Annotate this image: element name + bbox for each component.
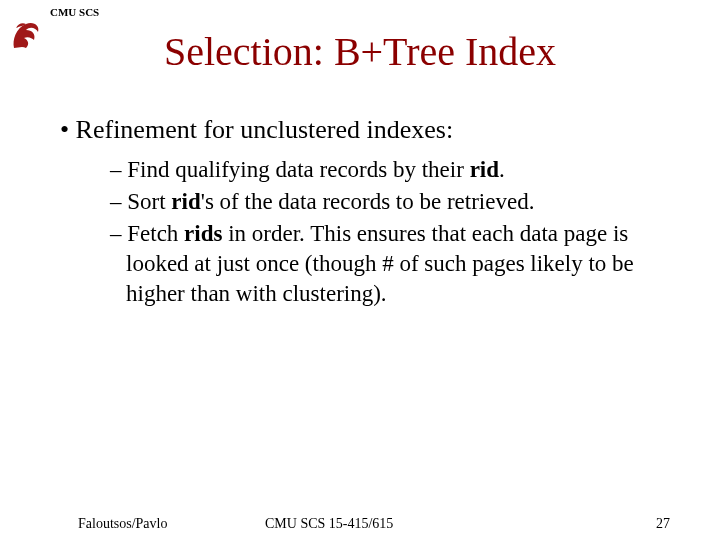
footer-course: CMU SCS 15-415/615 (265, 516, 393, 532)
sub-text: – Sort (110, 189, 171, 214)
sub-text: . (499, 157, 505, 182)
sub-bold: rid (470, 157, 499, 182)
sub-bold: rids (184, 221, 222, 246)
org-label: CMU SCS (50, 6, 99, 18)
sub-bold: rid (171, 189, 200, 214)
sub-item: – Find qualifying data records by their … (110, 155, 670, 185)
sub-list: – Find qualifying data records by their … (110, 155, 670, 308)
sub-item: – Sort rid's of the data records to be r… (110, 187, 670, 217)
cmu-griffin-logo (8, 18, 44, 54)
content-area: • Refinement for unclustered indexes: – … (60, 115, 670, 308)
footer-page-number: 27 (656, 516, 670, 532)
slide-title: Selection: B+Tree Index (0, 28, 720, 75)
footer-authors: Faloutsos/Pavlo (78, 516, 167, 532)
bullet-prefix: • (60, 115, 76, 144)
bullet-text: Refinement for unclustered indexes: (76, 115, 454, 144)
sub-text: 's of the data records to be retrieved. (201, 189, 535, 214)
sub-text: – Fetch (110, 221, 184, 246)
sub-text: – Find qualifying data records by their (110, 157, 470, 182)
sub-item: – Fetch rids in order. This ensures that… (110, 219, 670, 309)
main-bullet: • Refinement for unclustered indexes: (60, 115, 670, 145)
